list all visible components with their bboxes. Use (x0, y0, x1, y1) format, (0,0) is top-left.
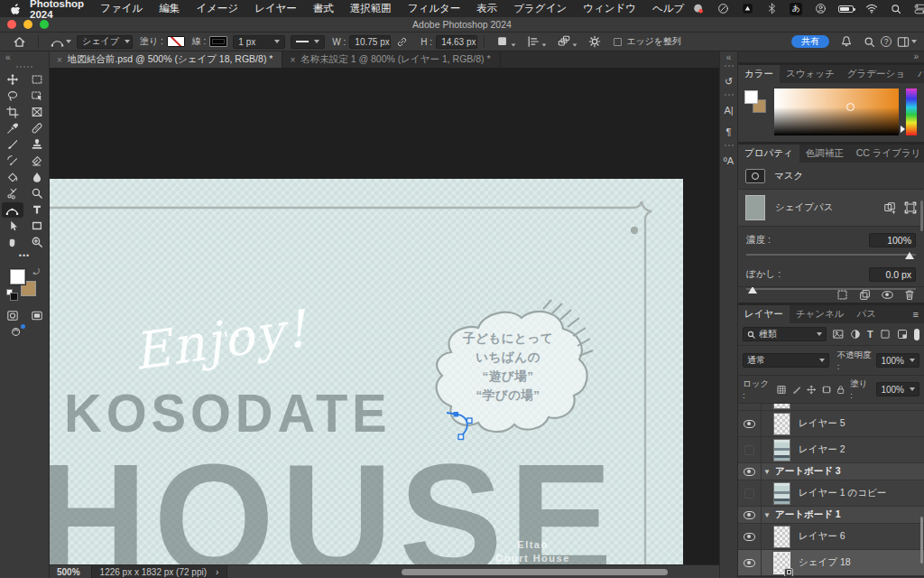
apple-menu-icon[interactable] (9, 3, 21, 15)
compass-icon[interactable] (716, 3, 729, 15)
fill-opacity-field[interactable]: 100% (876, 382, 919, 396)
horizontal-scrollbar[interactable] (402, 569, 668, 575)
pen-path-anchors[interactable] (438, 406, 492, 447)
quick-mask-mode-icon[interactable] (2, 308, 23, 323)
healing-brush-tool[interactable] (26, 121, 48, 136)
add-mask-icon[interactable] (883, 201, 896, 214)
history-panel-icon[interactable]: ↺ (720, 70, 737, 92)
density-slider[interactable] (746, 254, 916, 256)
tab-cc-libraries[interactable]: CC ライブラリ (850, 144, 924, 163)
saturation-brightness-field[interactable] (774, 89, 899, 135)
filter-smart-objects-icon[interactable] (897, 329, 908, 340)
filter-adjustment-layers-icon[interactable] (850, 329, 861, 340)
collapse-tools-icon[interactable]: « (0, 51, 49, 64)
hue-slider[interactable] (906, 89, 917, 135)
recording-indicator-icon[interactable] (692, 3, 705, 15)
canvas-viewport[interactable]: Enjoy! KOSODATE HOUSE 子どもにとって いちばんの “遊び場… (50, 68, 719, 564)
tab-patterns[interactable]: パターン (911, 65, 924, 83)
frame-mask-icon[interactable] (904, 201, 917, 214)
toolbar-extra-icon[interactable] (5, 324, 27, 340)
stroke-swatch[interactable] (209, 36, 227, 47)
screenshot-app-icon[interactable] (741, 3, 753, 15)
zoom-level-field[interactable]: 500% (57, 567, 80, 577)
dodge-tool[interactable] (2, 186, 23, 201)
dock-grip-handle[interactable] (724, 144, 735, 147)
foreground-color-swatch[interactable] (10, 269, 25, 284)
swap-colors-icon[interactable]: ⤾ (33, 267, 41, 277)
menu-window[interactable]: ウィンドウ (583, 2, 636, 15)
input-source-icon[interactable]: あ (790, 3, 802, 15)
panel-menu-icon[interactable]: ≡ (908, 305, 924, 323)
menu-plugins[interactable]: プラグイン (513, 2, 567, 15)
control-center-icon[interactable] (914, 3, 924, 15)
notifications-bell-icon[interactable] (840, 35, 853, 48)
layer-thumbnail[interactable] (773, 552, 790, 574)
battery-icon[interactable] (838, 5, 854, 13)
tab-gradients[interactable]: グラデーショ (841, 65, 911, 83)
path-selection-tool[interactable] (2, 219, 23, 234)
layers-scrollbar[interactable] (920, 517, 923, 564)
screen-mode-icon[interactable] (26, 308, 48, 323)
path-arrangement-icon[interactable] (558, 35, 578, 48)
stroke-width-field[interactable]: 1 px (233, 35, 285, 49)
marquee-tool[interactable] (26, 72, 48, 88)
layer-visibility-toggle[interactable] (738, 437, 762, 462)
foreground-color-swatch[interactable] (744, 90, 758, 104)
close-tab-icon[interactable]: × (290, 55, 295, 65)
filter-type-layers-icon[interactable]: T (867, 329, 873, 340)
close-tab-icon[interactable]: × (57, 55, 62, 65)
dock-grip-handle[interactable] (724, 93, 735, 97)
collapse-panels-icon[interactable]: » (738, 51, 924, 62)
frame-tool[interactable] (26, 105, 48, 120)
crop-tool[interactable] (2, 105, 23, 120)
paragraph-panel-icon[interactable]: ¶ (720, 121, 737, 143)
default-colors-icon[interactable] (6, 289, 13, 295)
spotlight-icon[interactable] (890, 3, 902, 15)
load-selection-icon[interactable] (836, 289, 848, 301)
lock-all-icon[interactable] (836, 385, 845, 395)
layer-thumbnail[interactable] (773, 526, 790, 548)
burn-tool[interactable] (26, 186, 48, 201)
search-icon[interactable] (864, 36, 875, 48)
layer-filter-toggle[interactable] (914, 329, 919, 340)
tools-grip-handle[interactable] (15, 65, 33, 69)
gradient-tool[interactable] (2, 170, 23, 185)
filter-shape-layers-icon[interactable] (880, 329, 891, 340)
density-value-field[interactable]: 100% (869, 233, 916, 247)
align-edges-checkbox[interactable] (614, 38, 622, 46)
lock-artboard-icon[interactable] (822, 385, 831, 395)
blend-mode-dropdown[interactable]: 通常 (743, 353, 829, 368)
hand-tool[interactable] (2, 235, 23, 250)
menu-view[interactable]: 表示 (476, 2, 497, 15)
layer-visibility-toggle[interactable] (738, 411, 762, 436)
layer-thumbnail[interactable] (773, 439, 790, 461)
tab-color[interactable]: カラー (738, 65, 780, 83)
dock-grip-handle[interactable] (724, 64, 735, 68)
lock-pixels-brush-icon[interactable] (792, 385, 801, 395)
layer-row[interactable]: レイヤー 1 のコピー (738, 480, 924, 507)
hue-slider-marker[interactable] (901, 126, 905, 133)
menu-select[interactable]: 選択範囲 (350, 2, 392, 15)
color-cursor[interactable] (846, 103, 855, 111)
layer-row-selected[interactable]: シェイプ 18 (738, 550, 924, 576)
layer-visibility-toggle[interactable] (738, 463, 762, 480)
tab-layers[interactable]: レイヤー (738, 305, 790, 323)
menu-type[interactable]: 書式 (313, 2, 334, 15)
layer-visibility-toggle[interactable] (738, 480, 762, 506)
eraser-tool[interactable] (26, 154, 48, 169)
menu-filter[interactable]: フィルター (408, 2, 461, 15)
layer-thumbnail[interactable] (773, 413, 790, 435)
path-alignment-icon[interactable] (527, 35, 547, 48)
delete-mask-trash-icon[interactable] (904, 289, 915, 301)
menu-help[interactable]: ヘルプ (652, 2, 684, 15)
type-tool[interactable] (26, 202, 48, 218)
expand-dock-icon[interactable]: « (720, 51, 737, 63)
layer-filter-dropdown[interactable]: 種類 (743, 327, 827, 341)
tab-channels[interactable]: チャンネル (790, 305, 851, 323)
collapse-chevron-icon[interactable]: ▼ (763, 468, 771, 476)
layer-visibility-toggle[interactable] (738, 550, 762, 575)
layer-row[interactable]: レイヤー 5 (738, 411, 924, 437)
link-dimensions-icon[interactable] (396, 36, 408, 48)
apply-mask-icon[interactable] (859, 289, 871, 301)
tab-properties[interactable]: プロパティ (738, 144, 799, 163)
